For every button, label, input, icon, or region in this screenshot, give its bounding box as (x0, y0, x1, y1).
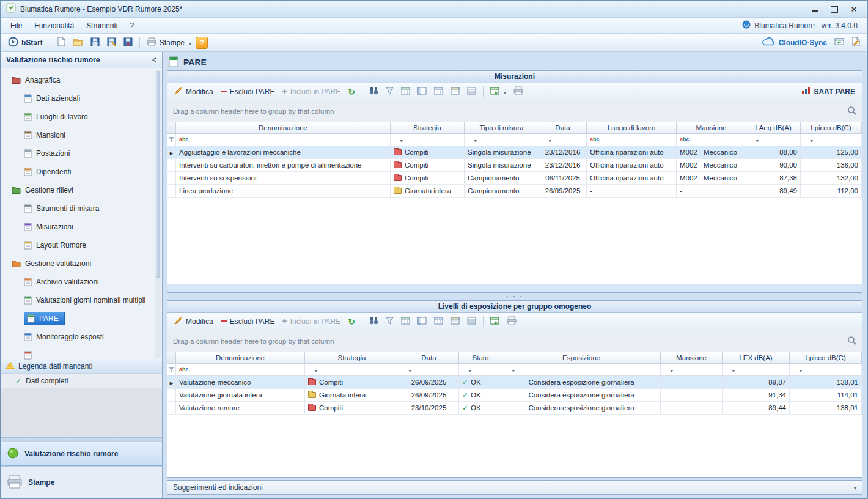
save-button[interactable] (87, 35, 103, 50)
sidebar-item-clipped[interactable] (1, 346, 162, 360)
filter-cell[interactable]: = (539, 134, 587, 146)
nav-valutazione-rischio-rumore-button[interactable]: Valutazione rischio rumore (1, 442, 162, 466)
sidebar-item-mansioni[interactable]: Mansioni (1, 126, 162, 144)
chevron-down-icon[interactable] (853, 483, 856, 492)
collapse-sidebar-icon[interactable] (152, 56, 156, 64)
filter-cell[interactable]: = (661, 364, 723, 376)
sidebar-item-valutazioni-giorni-nominali-multipli[interactable]: Valutazioni giorni nominali multipli (1, 291, 162, 309)
table-row[interactable]: Interventi su sospensioni Compiti Campio… (167, 172, 862, 185)
column-header-data[interactable]: Data (399, 352, 459, 364)
export-button[interactable] (487, 316, 502, 328)
filter-cell[interactable]: = (723, 364, 790, 376)
sidebar-item-luoghi-di-lavoro[interactable]: Luoghi di lavoro (1, 108, 162, 126)
column-header-data[interactable]: Data (539, 122, 587, 134)
column-header-lpicco[interactable]: Lpicco dB(C) (790, 352, 862, 364)
print-button[interactable] (504, 315, 520, 328)
column-header-strategia[interactable]: Strategia (391, 122, 465, 134)
filter-cell[interactable]: = (801, 134, 862, 146)
filter-cell[interactable]: = (391, 134, 465, 146)
export-button[interactable] (487, 86, 509, 98)
bstart-button[interactable]: bStart (5, 35, 46, 51)
find-button[interactable] (366, 85, 381, 98)
menu-funzionalita[interactable]: Funzionalità (28, 19, 80, 32)
minimize-button[interactable] (810, 4, 820, 14)
filter-cell[interactable]: abc (176, 364, 305, 376)
fixed-columns-button[interactable] (447, 86, 463, 98)
search-icon[interactable] (847, 106, 856, 117)
saat-pare-button[interactable]: SAAT PARE (798, 86, 858, 98)
column-header-laeq[interactable]: LAeq dB(A) (746, 122, 801, 134)
sidebar-item-gestione-rilievi[interactable]: Gestione rilievi (1, 181, 162, 199)
tree-scrollbar-thumb[interactable] (156, 71, 160, 278)
table-row[interactable]: Linea produzione Giornata intera Campion… (167, 185, 862, 198)
table-row[interactable]: Aggiustaggio e lavorazioni meccaniche Co… (167, 146, 862, 159)
column-header-lpicco[interactable]: Lpicco dB(C) (801, 122, 862, 134)
group-by-panel[interactable]: Drag a column header here to group by th… (167, 100, 862, 122)
cloudio-sync-button[interactable]: CloudIO-Sync (759, 35, 830, 50)
menu-help[interactable]: ? (123, 19, 140, 32)
filter-cell[interactable]: = (305, 364, 399, 376)
nav-stampe-button[interactable]: Stampe (1, 466, 162, 498)
row-lines-button[interactable] (464, 86, 479, 98)
sidebar-item-archivio-valutazioni[interactable]: Archivio valutazioni (1, 273, 162, 291)
horizontal-scrollbar[interactable] (167, 284, 862, 292)
sidebar-item-dati-aziendali[interactable]: Dati aziendali (1, 89, 162, 108)
column-header-denominazione[interactable]: Denominazione (176, 352, 305, 364)
refresh-button[interactable] (345, 86, 358, 98)
stato-cell[interactable]: OK (459, 376, 502, 389)
new-document-button[interactable] (54, 35, 68, 50)
modifica-button[interactable]: Modifica (171, 85, 216, 98)
filter-cell[interactable]: = (459, 364, 502, 376)
filter-cell[interactable]: = (790, 364, 862, 376)
column-header-denominazione[interactable]: Denominazione (176, 122, 391, 134)
stato-cell[interactable]: OK (459, 389, 502, 402)
filter-cell[interactable]: = (502, 364, 661, 376)
column-header-mansione[interactable]: Mansione (677, 122, 746, 134)
filter-button[interactable] (383, 86, 397, 98)
search-icon[interactable] (847, 336, 856, 347)
notes-button[interactable] (848, 35, 863, 50)
column-chooser-button[interactable] (398, 86, 413, 98)
sidebar-item-gestione-valutazioni[interactable]: Gestione valutazioni (1, 254, 162, 273)
group-by-panel[interactable]: Drag a column header here to group by th… (167, 330, 862, 352)
includi-in-pare-button[interactable]: Includi in PARE (279, 86, 344, 97)
fit-columns-button[interactable] (414, 316, 430, 328)
column-header-esposizione[interactable]: Esposizione (502, 352, 661, 364)
panel-splitter[interactable] (167, 293, 862, 300)
refresh-button[interactable] (345, 316, 358, 328)
save-as-button[interactable] (104, 35, 119, 50)
table-row[interactable]: Valutazione meccanico Compiti 26/09/2025… (167, 376, 862, 389)
table-row[interactable]: Interventi su carburatori, iniettori e p… (167, 159, 862, 172)
filter-cell[interactable]: = (399, 364, 459, 376)
sidebar-item-misurazioni[interactable]: Misurazioni (1, 218, 162, 236)
best-fit-button[interactable] (431, 86, 446, 98)
escludi-pare-button[interactable]: Escludi PARE (218, 86, 278, 97)
open-folder-button[interactable] (70, 35, 86, 50)
filter-cell[interactable]: abc (677, 134, 746, 146)
table-row[interactable]: Valutazione giornata intera Giornata int… (167, 389, 862, 402)
nav-splitter[interactable] (1, 437, 162, 442)
stampe-button[interactable]: Stampe (144, 35, 194, 50)
sidebar-item-layout-rumore[interactable]: Layout Rumore (1, 236, 162, 254)
sidebar-item-pare[interactable]: PARE (1, 309, 162, 328)
maximize-button[interactable] (829, 4, 839, 14)
filter-cell[interactable]: abc (176, 134, 391, 146)
row-lines-button[interactable] (464, 316, 479, 328)
sidebar-item-monitoraggio-esposti[interactable]: Monitoraggio esposti (1, 328, 162, 346)
column-header-strategia[interactable]: Strategia (305, 352, 399, 364)
column-header-stato[interactable]: Stato (459, 352, 502, 364)
filter-cell[interactable]: abc (587, 134, 677, 146)
column-header-lex[interactable]: LEX dB(A) (723, 352, 790, 364)
sidebar-item-postazioni[interactable]: Postazioni (1, 144, 162, 163)
stato-cell[interactable]: OK (459, 402, 502, 415)
suggestions-bar[interactable]: Suggerimenti ed indicazioni (167, 480, 862, 495)
fixed-columns-button[interactable] (447, 316, 463, 328)
menu-strumenti[interactable]: Strumenti (80, 19, 123, 32)
filter-cell[interactable]: = (465, 134, 539, 146)
sidebar-item-anagrafica[interactable]: Anagrafica (1, 71, 162, 89)
help-button[interactable]: ? (196, 37, 208, 49)
tree-scrollbar[interactable] (155, 70, 161, 358)
filter-cell[interactable]: = (746, 134, 801, 146)
fit-columns-button[interactable] (414, 86, 430, 98)
table-row[interactable]: Valutazione rumore Compiti 23/10/2025 OK… (167, 402, 862, 415)
